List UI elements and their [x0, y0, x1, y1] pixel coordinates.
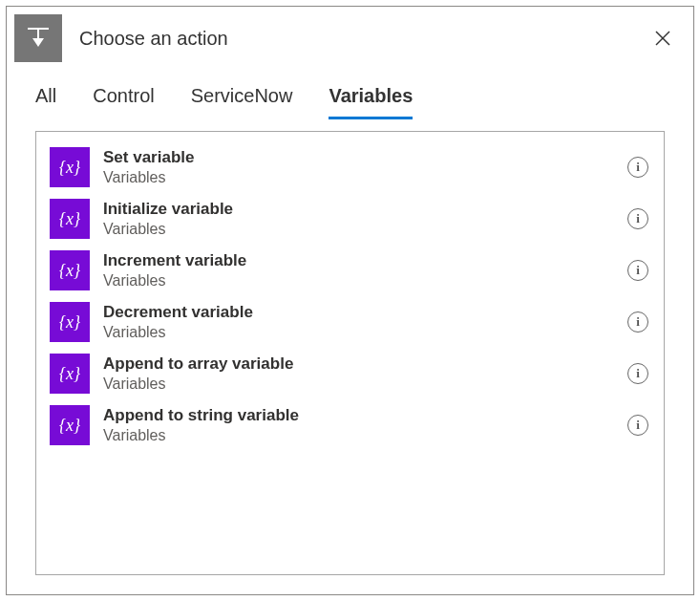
close-button[interactable]: [649, 25, 676, 52]
info-button[interactable]: i: [627, 157, 648, 178]
info-button[interactable]: i: [627, 415, 648, 436]
action-step-icon: [24, 24, 53, 53]
info-icon: i: [636, 263, 640, 278]
action-title: Decrement variable: [103, 302, 614, 322]
action-title: Append to array variable: [103, 354, 614, 374]
header-icon: [14, 14, 62, 62]
action-subtitle: Variables: [103, 271, 614, 290]
variable-icon: {x}: [50, 250, 90, 290]
action-text: Append to string variable Variables: [103, 405, 614, 444]
action-subtitle: Variables: [103, 168, 614, 187]
close-icon: [654, 30, 671, 47]
action-increment-variable[interactable]: {x} Increment variable Variables i: [50, 245, 656, 296]
action-text: Set variable Variables: [103, 147, 614, 186]
info-icon: i: [636, 366, 640, 381]
tab-all[interactable]: All: [35, 85, 56, 119]
variable-icon: {x}: [50, 199, 90, 239]
action-set-variable[interactable]: {x} Set variable Variables i: [50, 141, 656, 193]
action-title: Set variable: [103, 147, 614, 167]
info-icon: i: [636, 211, 640, 226]
tabs-row: All Control ServiceNow Variables: [7, 70, 693, 119]
action-title: Append to string variable: [103, 405, 614, 425]
actions-list: {x} Set variable Variables i {x} Initial…: [35, 131, 665, 575]
action-title: Increment variable: [103, 250, 614, 270]
tab-variables[interactable]: Variables: [329, 85, 413, 119]
action-subtitle: Variables: [103, 323, 614, 342]
info-icon: i: [636, 160, 640, 175]
action-text: Increment variable Variables: [103, 250, 614, 290]
action-text: Decrement variable Variables: [103, 302, 614, 341]
action-append-string-variable[interactable]: {x} Append to string variable Variables …: [50, 399, 656, 451]
action-title: Initialize variable: [103, 199, 614, 219]
action-subtitle: Variables: [103, 220, 614, 239]
variable-icon: {x}: [50, 147, 90, 187]
info-button[interactable]: i: [627, 311, 648, 333]
action-subtitle: Variables: [103, 426, 614, 445]
choose-action-panel: Choose an action All Control ServiceNow …: [6, 6, 694, 595]
info-button[interactable]: i: [627, 363, 648, 384]
variable-icon: {x}: [50, 405, 90, 445]
action-append-array-variable[interactable]: {x} Append to array variable Variables i: [50, 348, 656, 399]
svg-marker-2: [32, 38, 44, 47]
action-initialize-variable[interactable]: {x} Initialize variable Variables i: [50, 193, 656, 245]
variable-icon: {x}: [50, 302, 90, 342]
action-subtitle: Variables: [103, 375, 614, 394]
action-text: Initialize variable Variables: [103, 199, 614, 238]
panel-title: Choose an action: [79, 28, 632, 50]
tab-servicenow[interactable]: ServiceNow: [191, 85, 293, 119]
action-decrement-variable[interactable]: {x} Decrement variable Variables i: [50, 296, 656, 348]
info-icon: i: [636, 314, 640, 330]
info-button[interactable]: i: [627, 260, 648, 281]
panel-header: Choose an action: [7, 7, 693, 70]
action-text: Append to array variable Variables: [103, 354, 614, 393]
variable-icon: {x}: [50, 354, 90, 394]
tab-control[interactable]: Control: [93, 85, 154, 119]
info-button[interactable]: i: [627, 208, 648, 229]
info-icon: i: [636, 418, 640, 433]
